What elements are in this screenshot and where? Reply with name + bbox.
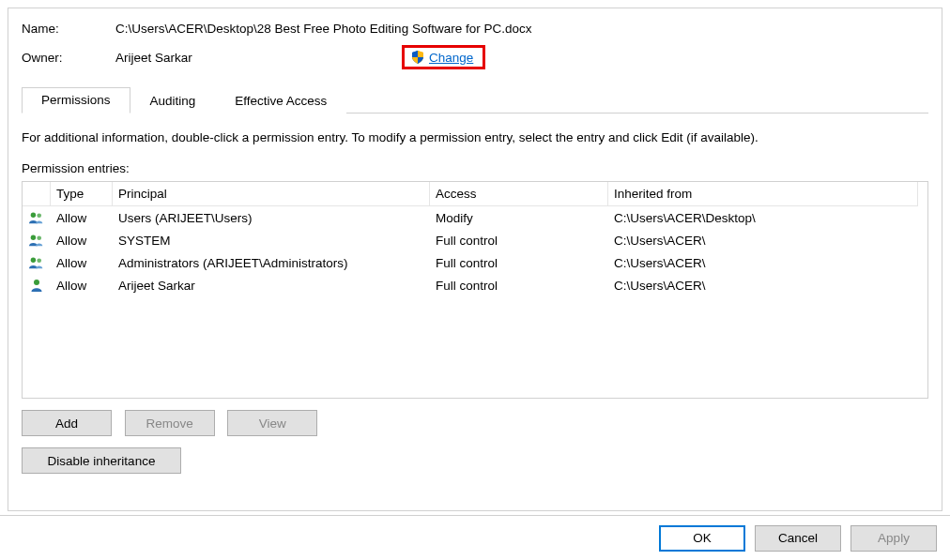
cell-type: Allow [51,234,113,248]
col-principal[interactable]: Principal [113,182,430,206]
cell-principal: SYSTEM [113,234,430,248]
cell-type: Allow [51,211,113,225]
svg-point-0 [31,213,36,218]
change-owner-highlight: Change [402,45,485,69]
table-row[interactable]: Allow Arijeet Sarkar Full control C:\Use… [23,274,927,296]
svg-point-2 [31,235,36,240]
advanced-security-window: Name: C:\Users\ACER\Desktop\28 Best Free… [0,0,950,560]
change-owner-link[interactable]: Change [429,51,473,65]
name-row: Name: C:\Users\ACER\Desktop\28 Best Free… [22,22,928,36]
cell-inherited: C:\Users\ACER\Desktop\ [608,211,918,225]
tab-effective-access[interactable]: Effective Access [215,88,346,114]
cell-type: Allow [51,279,113,293]
owner-label: Owner: [22,51,115,65]
users-group-icon [28,234,45,247]
info-text: For additional information, double-click… [22,130,928,144]
cell-inherited: C:\Users\ACER\ [608,234,918,248]
table-row[interactable]: Allow Users (ARIJEET\Users) Modify C:\Us… [23,206,927,229]
owner-row: Owner: Arijeet Sarkar Change [22,45,928,69]
user-icon [30,279,43,292]
cell-access: Full control [430,256,608,270]
cell-access: Full control [430,279,608,293]
table-row[interactable]: Allow SYSTEM Full control C:\Users\ACER\ [23,229,927,251]
add-button[interactable]: Add [22,410,112,436]
principal-icon [23,211,51,224]
svg-point-4 [31,258,36,263]
principal-icon [23,256,51,269]
principal-icon [23,234,51,247]
name-value: C:\Users\ACER\Desktop\28 Best Free Photo… [115,22,531,36]
tabstrip: Permissions Auditing Effective Access [22,86,928,114]
list-header: Type Principal Access Inherited from [23,182,927,206]
entry-buttons-row: Add Remove View [22,410,928,436]
col-icon[interactable] [23,182,51,206]
cell-access: Full control [430,234,608,248]
tab-permissions[interactable]: Permissions [22,87,130,114]
cell-principal: Arijeet Sarkar [113,279,430,293]
table-row[interactable]: Allow Administrators (ARIJEET\Administra… [23,251,927,274]
apply-button[interactable]: Apply [850,525,937,552]
inheritance-row: Disable inheritance [22,447,928,474]
content-panel: Name: C:\Users\ACER\Desktop\28 Best Free… [8,8,942,511]
name-label: Name: [22,22,115,36]
col-inherited[interactable]: Inherited from [608,182,918,206]
svg-point-3 [37,235,41,240]
principal-icon [23,279,51,292]
cancel-button[interactable]: Cancel [755,525,841,552]
cell-type: Allow [51,256,113,270]
svg-point-5 [37,258,41,263]
remove-button[interactable]: Remove [125,410,215,436]
cell-inherited: C:\Users\ACER\ [608,279,918,293]
users-group-icon [28,256,45,269]
svg-point-6 [34,280,39,285]
users-group-icon [28,211,45,224]
col-access[interactable]: Access [430,182,608,206]
tab-auditing[interactable]: Auditing [130,88,216,114]
dialog-button-bar: OK Cancel Apply [0,515,950,560]
permission-entries-list[interactable]: Type Principal Access Inherited from [22,181,928,399]
cell-access: Modify [430,211,608,225]
cell-principal: Users (ARIJEET\Users) [113,211,430,225]
ok-button[interactable]: OK [659,525,745,552]
col-type[interactable]: Type [51,182,113,206]
owner-value: Arijeet Sarkar [115,51,402,65]
cell-principal: Administrators (ARIJEET\Administrators) [113,256,430,270]
permission-entries-label: Permission entries: [22,161,928,175]
view-button[interactable]: View [227,410,317,436]
cell-inherited: C:\Users\ACER\ [608,256,918,270]
svg-point-1 [37,213,41,218]
disable-inheritance-button[interactable]: Disable inheritance [22,447,181,474]
uac-shield-icon [410,50,425,65]
